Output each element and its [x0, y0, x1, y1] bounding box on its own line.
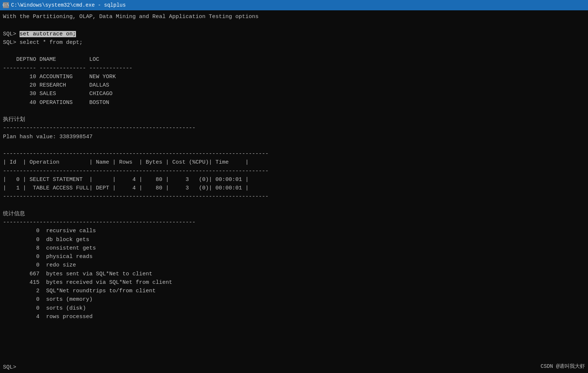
stats-row-7: 2 SQL*Net roundtrips to/from client: [3, 287, 585, 295]
exec-sep: ----------------------------------------…: [3, 124, 585, 132]
stats-row-10: 4 rows processed: [3, 313, 585, 321]
section-stats: 统计信息: [3, 210, 585, 218]
empty-line-5: [3, 201, 585, 210]
plan-row-1: | 1 | TABLE ACCESS FULL| DEPT | 4 | 80 |…: [3, 184, 585, 192]
stats-row-0: 0 recursive calls: [3, 227, 585, 235]
plan-bottom-sep: ----------------------------------------…: [3, 192, 585, 201]
plan-header: | Id | Operation | Name | Rows | Bytes |…: [3, 158, 585, 167]
stats-row-5: 667 bytes sent via SQL*Net to client: [3, 270, 585, 278]
section-execution-plan: 执行计划: [3, 115, 585, 124]
table-row-2: 30 SALES CHICAGO: [3, 90, 585, 98]
empty-line-2: [3, 47, 585, 55]
plan-row-0: | 0 | SELECT STATEMENT | | 4 | 80 | 3 (0…: [3, 175, 585, 184]
table-row-0: 10 ACCOUNTING NEW YORK: [3, 73, 585, 81]
title-text: C:\Windows\system32\cmd.exe - sqlplus: [11, 2, 126, 8]
cmd-select: SQL> select * from dept;: [3, 38, 585, 47]
table-header: DEPTNO DNAME LOC: [3, 55, 585, 64]
stats-row-2: 8 consistent gets: [3, 244, 585, 252]
stats-row-6: 415 bytes received via SQL*Net from clie…: [3, 278, 585, 287]
terminal-window: With the Partitioning, OLAP, Data Mining…: [0, 10, 588, 373]
stats-row-4: 0 redo size: [3, 261, 585, 269]
cmd-autotrace: SQL> set autotrace on;: [3, 30, 585, 38]
bottom-bar: SQL> CSDN @请叫我大虾: [0, 362, 588, 373]
table-row-1: 20 RESEARCH DALLAS: [3, 81, 585, 90]
plan-header-sep: ----------------------------------------…: [3, 167, 585, 175]
intro-line: With the Partitioning, OLAP, Data Mining…: [3, 13, 585, 21]
stats-sep: ----------------------------------------…: [3, 218, 585, 227]
empty-line-4: [3, 141, 585, 150]
final-prompt: SQL>: [3, 363, 20, 372]
stats-row-8: 0 sorts (memory): [3, 295, 585, 304]
empty-line-1: [3, 21, 585, 29]
empty-line-3: [3, 107, 585, 115]
stats-row-9: 0 sorts (disk): [3, 304, 585, 313]
highlight-autotrace: set autotrace on;: [20, 31, 76, 37]
empty-line-6: [3, 321, 585, 330]
table-row-3: 40 OPERATIONS BOSTON: [3, 98, 585, 107]
plan-table-sep-top: ----------------------------------------…: [3, 150, 585, 158]
watermark-text: CSDN @请叫我大虾: [541, 363, 585, 372]
table-sep1: ---------- -------------- -------------: [3, 64, 585, 73]
plan-hash: Plan hash value: 3383998547: [3, 133, 585, 141]
stats-row-1: 0 db block gets: [3, 236, 585, 244]
stats-row-3: 0 physical reads: [3, 252, 585, 261]
title-bar: C:\ C:\Windows\system32\cmd.exe - sqlplu…: [0, 0, 588, 10]
cmd-icon: C:\: [3, 2, 9, 8]
